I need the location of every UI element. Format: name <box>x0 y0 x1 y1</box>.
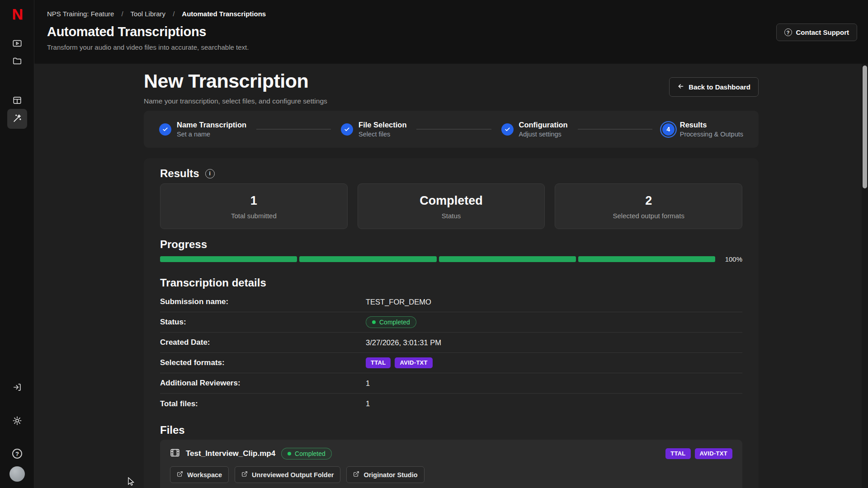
detail-label: Created Date: <box>160 338 366 347</box>
sidebar-item-library[interactable] <box>7 52 27 71</box>
status-badge: Completed <box>366 316 416 328</box>
breadcrumb-item-tool-library[interactable]: Tool Library <box>131 10 166 18</box>
gear-icon <box>12 416 22 427</box>
step-results[interactable]: 4 Results Processing & Outputs <box>662 121 743 138</box>
format-badge: AVID-TXT <box>395 357 432 368</box>
detail-row-submission-name: Submission name: TEST_FOR_DEMO <box>160 292 742 312</box>
sidebar-item-help[interactable]: ? <box>7 444 27 464</box>
progress-percent: 100% <box>722 255 742 263</box>
file-format-badges: TTAL AVID-TXT <box>665 448 732 459</box>
status-dot-icon <box>372 320 376 324</box>
detail-value: TEST_FOR_DEMO <box>366 298 431 306</box>
progress-heading: Progress <box>160 238 742 251</box>
detail-label: Additional Reviewers: <box>160 379 366 388</box>
stat-label: Total submitted <box>160 212 347 220</box>
detail-row-created-date: Created Date: 3/27/2026, 3:01:31 PM <box>160 333 742 353</box>
user-avatar[interactable] <box>9 466 25 482</box>
format-badge: TTAL <box>366 357 391 368</box>
detail-label: Selected formats: <box>160 358 366 367</box>
details-heading: Transcription details <box>160 277 742 289</box>
stat-output-formats: 2 Selected output formats <box>555 183 742 229</box>
step-texts: Name Transcription Set a name <box>177 121 246 138</box>
question-circle-icon: ? <box>784 28 792 36</box>
format-badges: TTAL AVID-TXT <box>366 357 433 368</box>
step-complete-check-icon <box>501 123 514 136</box>
arrow-left-icon <box>677 83 684 91</box>
contact-support-button[interactable]: ? Contact Support <box>776 23 858 41</box>
detail-value: TTAL AVID-TXT <box>366 357 433 368</box>
stat-value: 2 <box>555 194 742 207</box>
workspace-link-button[interactable]: Workspace <box>170 466 229 483</box>
breadcrumb-item-current: Automated Transcriptions <box>182 10 266 18</box>
progress-bar <box>160 256 715 262</box>
step-label: Name Transcription <box>177 121 246 129</box>
netflix-logo[interactable]: N <box>0 5 34 23</box>
breadcrumb: NPS Training: Feature / Tool Library / A… <box>47 10 855 18</box>
sidebar-item-videos[interactable] <box>7 34 27 54</box>
detail-value: 1 <box>366 379 370 388</box>
sidebar-item-transcriptions[interactable] <box>7 109 27 129</box>
file-actions: Workspace Unreviewed Output Folder <box>170 466 732 483</box>
step-name-transcription[interactable]: Name Transcription Set a name <box>159 121 246 138</box>
sidebar-item-forms[interactable] <box>7 91 27 111</box>
step-connector <box>256 129 331 130</box>
results-heading-row: Results i <box>160 167 742 180</box>
file-name: Test_Interview_Clip.mp4 <box>186 449 275 458</box>
page-head: New Transcription Name your transcriptio… <box>144 71 759 105</box>
detail-row-selected-formats: Selected formats: TTAL AVID-TXT <box>160 353 742 373</box>
step-texts: Results Processing & Outputs <box>680 121 743 138</box>
sidebar-item-settings[interactable] <box>7 411 27 431</box>
progress-segment <box>160 256 297 262</box>
main-column: NPS Training: Feature / Tool Library / A… <box>34 0 868 488</box>
step-sublabel: Processing & Outputs <box>680 131 743 138</box>
format-badge: TTAL <box>665 448 690 459</box>
step-sublabel: Adjust settings <box>519 131 568 138</box>
panel-arrow-icon <box>12 382 22 394</box>
back-to-dashboard-button[interactable]: Back to Dashboard <box>669 77 759 97</box>
status-badge-label: Completed <box>379 319 410 326</box>
sidebar: N <box>0 0 34 488</box>
vertical-scrollbar-track[interactable] <box>862 64 868 488</box>
video-icon <box>12 38 22 50</box>
step-sublabel: Select files <box>359 131 406 138</box>
detail-row-total-files: Total files: 1 <box>160 394 742 414</box>
app-subtitle: Transform your audio and video files int… <box>47 43 855 51</box>
info-icon[interactable]: i <box>205 169 215 178</box>
step-sublabel: Set a name <box>177 131 246 138</box>
originator-studio-button[interactable]: Originator Studio <box>346 466 424 483</box>
page-header: NPS Training: Feature / Tool Library / A… <box>34 0 868 64</box>
file-status-badge: Completed <box>281 448 332 460</box>
detail-row-status: Status: Completed <box>160 312 742 333</box>
details-table: Submission name: TEST_FOR_DEMO Status: C… <box>160 292 742 414</box>
file-item: Test_Interview_Clip.mp4 Completed TTAL A… <box>160 440 742 488</box>
file-status-label: Completed <box>295 450 326 457</box>
vertical-scrollbar-thumb[interactable] <box>863 66 867 188</box>
step-configuration[interactable]: Configuration Adjust settings <box>501 121 568 138</box>
status-dot-icon <box>288 452 291 455</box>
progress-segment <box>299 256 436 262</box>
content-container: New Transcription Name your transcriptio… <box>144 71 759 488</box>
page-subtitle: Name your transcription, select files, a… <box>144 97 327 105</box>
step-complete-check-icon <box>159 123 171 136</box>
breadcrumb-separator: / <box>121 10 123 18</box>
stats-row: 1 Total submitted Completed Status 2 Sel… <box>160 183 742 229</box>
progress-segment <box>578 256 715 262</box>
folder-icon <box>12 56 22 67</box>
stat-total-submitted: 1 Total submitted <box>160 183 348 229</box>
detail-value: 3/27/2026, 3:01:31 PM <box>366 338 441 347</box>
stat-value: Completed <box>358 194 545 207</box>
contact-support-label: Contact Support <box>796 28 849 36</box>
breadcrumb-item-home[interactable]: NPS Training: Feature <box>47 10 114 18</box>
breadcrumb-separator: / <box>173 10 175 18</box>
step-file-selection[interactable]: File Selection Select files <box>341 121 406 138</box>
page-title: New Transcription <box>144 71 327 91</box>
step-connector <box>416 129 491 130</box>
file-head: Test_Interview_Clip.mp4 Completed TTAL A… <box>170 448 732 460</box>
results-heading: Results <box>160 167 199 180</box>
sidebar-item-import[interactable] <box>7 378 27 398</box>
table-icon <box>12 95 22 107</box>
unreviewed-output-folder-button[interactable]: Unreviewed Output Folder <box>235 466 340 483</box>
results-card: Results i 1 Total submitted Completed St… <box>144 158 759 488</box>
files-heading: Files <box>160 424 742 436</box>
unreviewed-output-folder-label: Unreviewed Output Folder <box>252 471 334 479</box>
